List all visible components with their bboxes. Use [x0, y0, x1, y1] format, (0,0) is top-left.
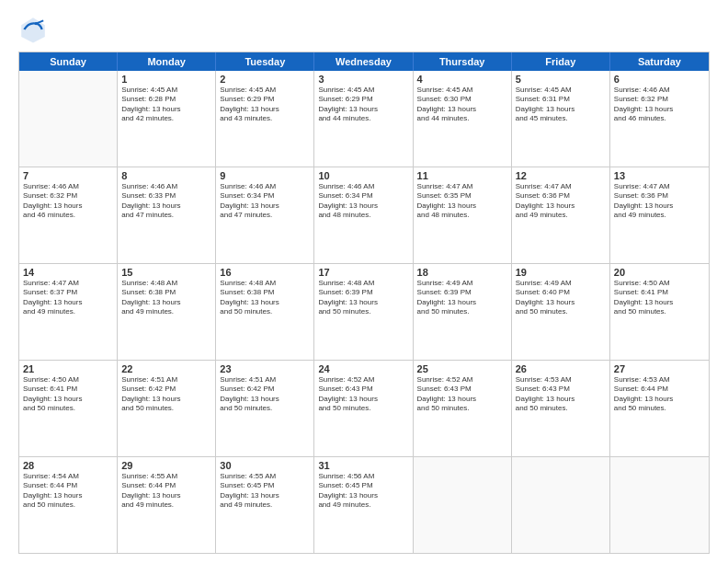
cell-line: Sunset: 6:42 PM — [220, 385, 310, 394]
day-cell-30: 30Sunrise: 4:55 AMSunset: 6:45 PMDayligh… — [216, 457, 314, 553]
cell-line: and 50 minutes. — [318, 404, 408, 413]
cell-line: and 50 minutes. — [417, 307, 507, 316]
cell-line: Sunrise: 4:46 AM — [614, 86, 705, 95]
cell-line: Sunrise: 4:54 AM — [23, 472, 113, 481]
day-cell-3: 3Sunrise: 4:45 AMSunset: 6:29 PMDaylight… — [314, 71, 413, 167]
cell-line: Sunrise: 4:51 AM — [121, 375, 211, 385]
calendar-body: 1Sunrise: 4:45 AMSunset: 6:28 PMDaylight… — [19, 71, 709, 553]
day-number: 4 — [417, 74, 507, 85]
cell-line: Sunrise: 4:46 AM — [121, 182, 211, 191]
day-cell-28: 28Sunrise: 4:54 AMSunset: 6:44 PMDayligh… — [19, 457, 118, 553]
cell-line: Sunset: 6:30 PM — [417, 95, 507, 104]
day-number: 23 — [220, 363, 310, 374]
day-cell-2: 2Sunrise: 4:45 AMSunset: 6:29 PMDaylight… — [216, 71, 314, 167]
week-row-5: 28Sunrise: 4:54 AMSunset: 6:44 PMDayligh… — [19, 457, 709, 553]
cell-line: Sunset: 6:43 PM — [417, 385, 507, 394]
week-row-3: 14Sunrise: 4:47 AMSunset: 6:37 PMDayligh… — [19, 264, 709, 361]
cell-line: Sunset: 6:41 PM — [614, 288, 705, 297]
cell-line: Daylight: 13 hours — [417, 298, 507, 307]
empty-cell — [512, 457, 610, 553]
cell-line: Sunset: 6:38 PM — [121, 288, 211, 297]
cell-line: Sunset: 6:44 PM — [614, 385, 705, 394]
cell-line: Sunrise: 4:45 AM — [318, 86, 408, 95]
day-number: 24 — [318, 363, 408, 374]
cell-line: and 42 minutes. — [121, 114, 211, 123]
cell-line: Sunrise: 4:52 AM — [417, 375, 507, 385]
day-number: 18 — [417, 267, 507, 278]
day-number: 7 — [23, 170, 113, 181]
empty-cell — [19, 71, 118, 167]
cell-line: and 49 minutes. — [121, 307, 211, 316]
header-day-sunday: Sunday — [19, 52, 118, 71]
cell-line: Daylight: 13 hours — [23, 298, 113, 307]
cell-line: Sunrise: 4:48 AM — [121, 279, 211, 288]
cell-line: Sunset: 6:33 PM — [121, 191, 211, 201]
day-cell-14: 14Sunrise: 4:47 AMSunset: 6:37 PMDayligh… — [19, 264, 118, 360]
cell-line: Sunrise: 4:46 AM — [220, 182, 310, 191]
cell-line: and 50 minutes. — [417, 404, 507, 413]
cell-line: and 49 minutes. — [220, 500, 310, 510]
cell-line: Daylight: 13 hours — [614, 298, 705, 307]
cell-line: Daylight: 13 hours — [614, 201, 705, 211]
cell-line: Sunrise: 4:53 AM — [516, 375, 606, 385]
day-cell-26: 26Sunrise: 4:53 AMSunset: 6:43 PMDayligh… — [512, 361, 610, 456]
cell-line: Sunset: 6:43 PM — [516, 385, 606, 394]
cell-line: Sunset: 6:36 PM — [614, 191, 705, 201]
day-cell-23: 23Sunrise: 4:51 AMSunset: 6:42 PMDayligh… — [216, 361, 314, 456]
day-cell-8: 8Sunrise: 4:46 AMSunset: 6:33 PMDaylight… — [118, 167, 216, 263]
cell-line: Daylight: 13 hours — [121, 105, 211, 114]
day-number: 31 — [318, 460, 408, 471]
cell-line: Daylight: 13 hours — [516, 298, 606, 307]
cell-line: and 50 minutes. — [121, 404, 211, 413]
day-cell-11: 11Sunrise: 4:47 AMSunset: 6:35 PMDayligh… — [414, 167, 512, 263]
cell-line: Sunset: 6:44 PM — [23, 481, 113, 490]
day-number: 15 — [121, 267, 211, 278]
cell-line: and 45 minutes. — [516, 114, 606, 123]
cell-line: and 49 minutes. — [516, 211, 606, 220]
cell-line: Daylight: 13 hours — [516, 395, 606, 404]
cell-line: Sunset: 6:44 PM — [121, 481, 211, 490]
day-number: 30 — [220, 460, 310, 471]
day-number: 26 — [516, 363, 606, 374]
day-cell-21: 21Sunrise: 4:50 AMSunset: 6:41 PMDayligh… — [19, 361, 118, 456]
cell-line: Daylight: 13 hours — [121, 395, 211, 404]
day-cell-4: 4Sunrise: 4:45 AMSunset: 6:30 PMDaylight… — [414, 71, 512, 167]
cell-line: Sunset: 6:34 PM — [220, 191, 310, 201]
cell-line: Sunrise: 4:49 AM — [417, 279, 507, 288]
day-number: 11 — [417, 170, 507, 181]
cell-line: Sunset: 6:45 PM — [318, 481, 408, 490]
day-cell-7: 7Sunrise: 4:46 AMSunset: 6:32 PMDaylight… — [19, 167, 118, 263]
cell-line: Daylight: 13 hours — [318, 201, 408, 211]
cell-line: Sunset: 6:28 PM — [121, 95, 211, 104]
cell-line: Sunrise: 4:45 AM — [417, 86, 507, 95]
cell-line: Daylight: 13 hours — [318, 491, 408, 500]
logo — [18, 15, 51, 44]
cell-line: and 43 minutes. — [220, 114, 310, 123]
day-cell-16: 16Sunrise: 4:48 AMSunset: 6:38 PMDayligh… — [216, 264, 314, 360]
cell-line: and 50 minutes. — [614, 307, 705, 316]
cell-line: Daylight: 13 hours — [121, 201, 211, 211]
cell-line: Daylight: 13 hours — [614, 395, 705, 404]
cell-line: Sunrise: 4:55 AM — [121, 472, 211, 481]
cell-line: Sunset: 6:36 PM — [516, 191, 606, 201]
cell-line: Daylight: 13 hours — [516, 201, 606, 211]
day-number: 6 — [614, 74, 705, 85]
cell-line: Sunset: 6:35 PM — [417, 191, 507, 201]
day-cell-9: 9Sunrise: 4:46 AMSunset: 6:34 PMDaylight… — [216, 167, 314, 263]
day-cell-17: 17Sunrise: 4:48 AMSunset: 6:39 PMDayligh… — [314, 264, 413, 360]
cell-line: and 47 minutes. — [121, 211, 211, 220]
cell-line: and 49 minutes. — [23, 307, 113, 316]
header — [18, 15, 710, 44]
day-cell-31: 31Sunrise: 4:56 AMSunset: 6:45 PMDayligh… — [314, 457, 413, 553]
cell-line: Daylight: 13 hours — [220, 491, 310, 500]
day-number: 16 — [220, 267, 310, 278]
header-day-thursday: Thursday — [414, 52, 512, 71]
header-day-monday: Monday — [118, 52, 216, 71]
cell-line: and 50 minutes. — [318, 307, 408, 316]
cell-line: Daylight: 13 hours — [417, 105, 507, 114]
cell-line: Sunset: 6:39 PM — [318, 288, 408, 297]
header-day-tuesday: Tuesday — [216, 52, 314, 71]
day-cell-5: 5Sunrise: 4:45 AMSunset: 6:31 PMDaylight… — [512, 71, 610, 167]
cell-line: Sunset: 6:40 PM — [516, 288, 606, 297]
cell-line: Sunset: 6:39 PM — [417, 288, 507, 297]
